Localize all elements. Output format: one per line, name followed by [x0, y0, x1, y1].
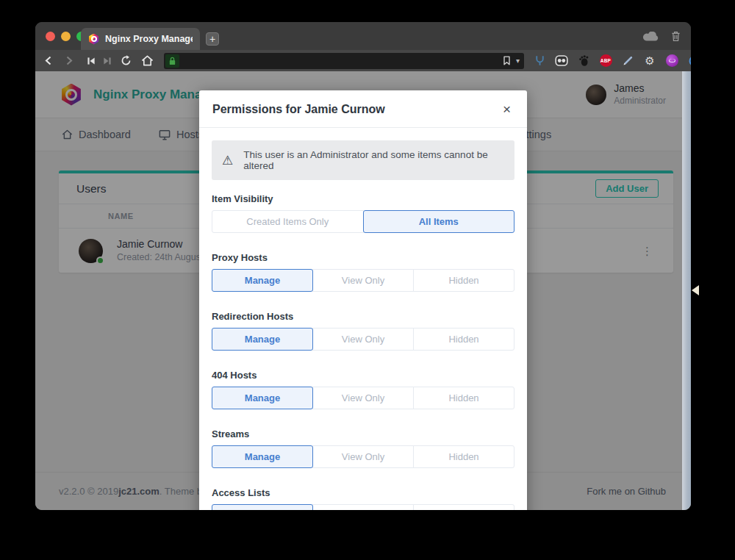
window-controls	[46, 32, 86, 41]
redirection-hosts-view-only-button[interactable]: View Only	[312, 328, 414, 351]
vertical-scrollbar[interactable]	[682, 71, 691, 510]
streams-hidden-button[interactable]: Hidden	[413, 445, 514, 468]
reload-icon[interactable]	[121, 55, 132, 66]
forward-icon[interactable]	[63, 56, 75, 65]
browser-toolbar: ▾ ABP ⚙	[35, 50, 691, 71]
favicon-icon	[88, 34, 99, 45]
proxy-hosts-section: Proxy Hosts Manage View Only Hidden	[212, 252, 514, 292]
privacy-badger-extension-icon[interactable]	[665, 54, 678, 68]
home-icon[interactable]	[141, 55, 154, 66]
cloud-sync-icon[interactable]	[643, 32, 659, 41]
gear-extension-icon[interactable]: ⚙	[643, 54, 656, 68]
edge-arrow-artifact	[692, 285, 699, 295]
404-hosts-hidden-button[interactable]: Hidden	[413, 387, 514, 409]
access-lists-section: Access Lists Manage View Only Hidden	[212, 487, 514, 510]
url-bar[interactable]: ▾	[164, 53, 524, 69]
item-visibility-section: Item Visibility Created Items Only All I…	[212, 193, 514, 233]
close-window-button[interactable]	[46, 32, 55, 41]
created-items-only-button[interactable]: Created Items Only	[212, 210, 364, 233]
skip-back-icon[interactable]	[87, 57, 96, 65]
404-hosts-manage-button[interactable]: Manage	[212, 387, 313, 409]
tab-title: Nginx Proxy Manager	[105, 34, 193, 44]
streams-manage-button[interactable]: Manage	[212, 445, 313, 468]
adblock-plus-extension-icon[interactable]: ABP	[599, 54, 612, 68]
proxy-hosts-hidden-button[interactable]: Hidden	[413, 269, 514, 292]
trash-icon[interactable]	[671, 30, 681, 42]
proxy-hosts-view-only-button[interactable]: View Only	[312, 269, 414, 292]
containers-extension-icon[interactable]	[555, 54, 568, 68]
404-hosts-view-only-button[interactable]: View Only	[312, 387, 414, 409]
https-lock-icon[interactable]	[165, 54, 179, 68]
proxy-hosts-manage-button[interactable]: Manage	[212, 269, 313, 292]
item-visibility-group: Created Items Only All Items	[212, 210, 514, 233]
modal-title: Permissions for Jamie Curnow	[212, 103, 385, 116]
alert-text: This user is an Administrator and some i…	[243, 149, 504, 171]
browser-titlebar: Nginx Proxy Manager +	[35, 22, 691, 50]
redirection-hosts-manage-button[interactable]: Manage	[212, 328, 313, 351]
redirection-hosts-section: Redirection Hosts Manage View Only Hidde…	[212, 311, 514, 351]
permissions-modal: Permissions for Jamie Curnow × ⚠ This us…	[199, 90, 527, 510]
bookmark-icon[interactable]	[503, 56, 511, 65]
back-icon[interactable]	[43, 56, 54, 65]
all-items-button[interactable]: All Items	[363, 210, 515, 233]
browser-tab[interactable]: Nginx Proxy Manager	[81, 28, 200, 50]
404-hosts-section: 404 Hosts Manage View Only Hidden	[212, 370, 514, 409]
access-lists-view-only-button[interactable]: View Only	[312, 504, 414, 510]
pen-extension-icon[interactable]	[621, 54, 634, 68]
minimize-window-button[interactable]	[61, 32, 71, 41]
redirection-hosts-hidden-button[interactable]: Hidden	[413, 328, 514, 351]
admin-warning-alert: ⚠ This user is an Administrator and some…	[212, 140, 514, 180]
streams-section: Streams Manage View Only Hidden	[212, 428, 514, 468]
bookmark-caret-icon[interactable]: ▾	[516, 57, 520, 65]
page-viewport: Nginx Proxy Manager James Administrator …	[35, 71, 691, 510]
skip-forward-icon[interactable]	[103, 57, 112, 65]
access-lists-manage-button[interactable]: Manage	[212, 504, 313, 510]
browser-window: Nginx Proxy Manager +	[35, 22, 691, 510]
fork-extension-icon[interactable]	[533, 54, 546, 68]
power-proxy-extension-icon[interactable]	[687, 54, 691, 68]
streams-view-only-button[interactable]: View Only	[312, 445, 414, 468]
item-visibility-label: Item Visibility	[212, 193, 514, 204]
access-lists-hidden-button[interactable]: Hidden	[413, 504, 514, 510]
modal-close-icon[interactable]: ×	[501, 102, 512, 116]
gnome-foot-extension-icon[interactable]	[577, 54, 590, 68]
warning-triangle-icon: ⚠	[222, 154, 233, 167]
new-tab-button[interactable]: +	[206, 32, 219, 46]
